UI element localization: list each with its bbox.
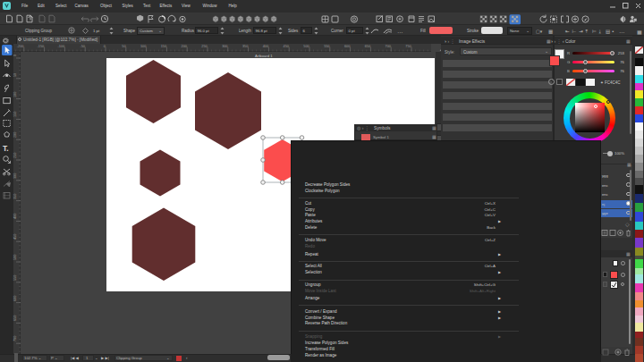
svg-text:T.: T. bbox=[3, 144, 9, 153]
